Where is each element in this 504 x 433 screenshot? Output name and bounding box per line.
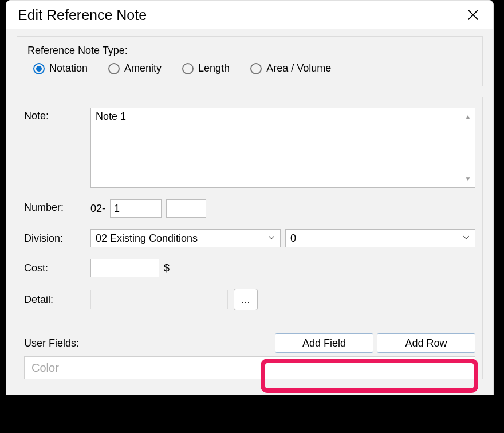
- division-select[interactable]: 02 Existing Conditions: [90, 229, 281, 247]
- radio-label: Area / Volume: [266, 62, 331, 74]
- titlebar: Edit Reference Note: [6, 1, 493, 29]
- reference-note-type-panel: Reference Note Type: Notation Amenity: [17, 36, 483, 86]
- cost-suffix: $: [164, 262, 170, 274]
- division-label: Division:: [24, 233, 85, 245]
- radio-icon: [250, 63, 262, 74]
- radio-icon: [108, 63, 120, 74]
- radio-label: Length: [198, 62, 230, 74]
- bottom-fade: [0, 395, 504, 433]
- reference-note-type-options: Notation Amenity Length Area / Volume: [27, 62, 472, 74]
- radio-icon: [182, 63, 194, 74]
- radio-amenity[interactable]: Amenity: [108, 62, 162, 74]
- chevron-down-icon: [267, 233, 275, 245]
- table-column-header: Color: [32, 361, 59, 375]
- radio-icon: [33, 63, 45, 74]
- form-area: Note: Note 1 ▲ ▼ Number: 02-: [17, 97, 483, 379]
- add-field-button[interactable]: Add Field: [275, 333, 373, 353]
- reference-note-type-heading: Reference Note Type:: [27, 45, 472, 57]
- close-button[interactable]: [464, 6, 482, 23]
- close-icon: [467, 9, 479, 21]
- radio-area-volume[interactable]: Area / Volume: [250, 62, 331, 74]
- division-value: 02 Existing Conditions: [96, 233, 198, 245]
- detail-browse-button[interactable]: ...: [234, 289, 258, 310]
- cost-label: Cost:: [24, 262, 85, 274]
- note-value: Note 1: [96, 111, 126, 122]
- number-prefix: 02-: [90, 203, 105, 215]
- detail-field[interactable]: [90, 290, 228, 309]
- detail-label: Detail:: [24, 294, 85, 306]
- add-row-button[interactable]: Add Row: [377, 333, 475, 353]
- user-fields-label: User Fields:: [24, 337, 79, 349]
- cost-field[interactable]: [90, 259, 159, 277]
- scroll-down-icon[interactable]: ▼: [464, 175, 471, 183]
- radio-length[interactable]: Length: [182, 62, 230, 74]
- division-secondary-value: 0: [290, 233, 296, 245]
- note-label: Note:: [24, 108, 85, 122]
- chevron-down-icon: [462, 233, 470, 245]
- scroll-up-icon[interactable]: ▲: [464, 113, 471, 121]
- number-field-2[interactable]: [166, 199, 206, 218]
- dialog-window: Edit Reference Note Reference Note Type:…: [6, 0, 494, 408]
- division-secondary-select[interactable]: 0: [285, 229, 475, 247]
- dialog-title: Edit Reference Note: [18, 7, 147, 23]
- radio-label: Notation: [49, 62, 88, 74]
- number-field-1[interactable]: [110, 199, 162, 218]
- number-label: Number:: [24, 199, 85, 214]
- radio-label: Amenity: [124, 62, 162, 74]
- note-input[interactable]: Note 1 ▲ ▼: [90, 108, 475, 188]
- radio-notation[interactable]: Notation: [33, 62, 88, 74]
- user-fields-table[interactable]: Color: [24, 356, 475, 379]
